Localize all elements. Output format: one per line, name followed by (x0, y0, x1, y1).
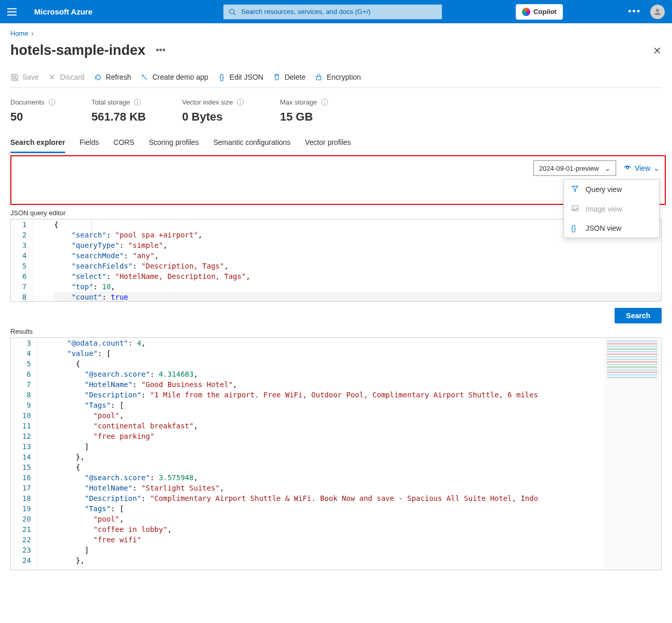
tab-semantic[interactable]: Semantic configurations (213, 135, 290, 153)
copilot-label: Copilot (533, 8, 557, 16)
save-button: Save (10, 73, 39, 81)
refresh-button[interactable]: Refresh (94, 73, 131, 81)
stat-max: Max storagei 15 GB (280, 98, 328, 124)
highlighted-area: 2024-09-01-preview ⌄ View ⌄ Query view I… (10, 155, 666, 205)
brand[interactable]: Microsoft Azure (34, 7, 93, 16)
avatar[interactable] (650, 5, 665, 19)
trash-icon (273, 73, 281, 81)
edit-json-button[interactable]: {} Edit JSON (218, 73, 263, 81)
discard-icon: ✕ (48, 73, 56, 81)
chevron-down-icon: ⌄ (653, 164, 660, 172)
svg-rect-3 (317, 77, 321, 80)
eye-icon (623, 164, 632, 173)
info-icon[interactable]: i (134, 99, 141, 106)
more-icon[interactable]: ••• (628, 6, 641, 17)
person-icon (653, 7, 662, 17)
info-icon[interactable]: i (49, 99, 55, 106)
tabs: Search explorer Fields CORS Scoring prof… (10, 135, 662, 153)
toolbar: Save ✕ Discard Refresh Create demo app {… (10, 73, 662, 88)
filter-icon (571, 185, 579, 194)
view-menu: Query view Image view {} JSON view (563, 179, 660, 238)
minimap[interactable] (604, 338, 661, 569)
tab-fields[interactable]: Fields (80, 135, 99, 153)
svg-point-2 (656, 9, 659, 12)
wand-icon (140, 73, 148, 81)
svg-point-0 (230, 9, 234, 13)
search-input[interactable] (240, 7, 437, 16)
view-button[interactable]: View ⌄ (623, 164, 660, 173)
braces-icon: {} (218, 73, 226, 81)
results-label: Results (10, 328, 662, 335)
close-icon[interactable]: ✕ (653, 44, 662, 57)
copilot-icon (522, 8, 530, 16)
info-icon[interactable]: i (237, 99, 244, 106)
title-more-icon[interactable]: ••• (156, 45, 166, 56)
create-demo-button[interactable]: Create demo app (140, 73, 208, 81)
view-menu-query[interactable]: Query view (564, 180, 659, 199)
copilot-button[interactable]: Copilot (516, 4, 563, 20)
svg-point-4 (626, 167, 629, 169)
info-icon[interactable]: i (321, 99, 328, 106)
api-version-select[interactable]: 2024-09-01-preview ⌄ (533, 160, 616, 176)
tab-search-explorer[interactable]: Search explorer (10, 135, 65, 153)
tab-cors[interactable]: CORS (113, 135, 134, 153)
results-editor[interactable]: 3456789101112131415161718192021222324 "@… (10, 337, 662, 570)
stat-storage: Total storagei 561.78 KB (92, 98, 146, 124)
encryption-button[interactable]: Encryption (315, 73, 361, 81)
delete-button[interactable]: Delete (273, 73, 305, 81)
stat-documents: Documentsi 50 (10, 98, 55, 124)
search-icon (229, 8, 236, 16)
save-icon (10, 73, 19, 81)
chevron-down-icon: ⌄ (605, 165, 610, 172)
search-button[interactable]: Search (615, 308, 662, 323)
breadcrumb-home[interactable]: Home (10, 29, 28, 37)
braces-icon: {} (571, 224, 579, 232)
topbar: Microsoft Azure Copilot ••• (0, 0, 672, 23)
breadcrumb: Home › (10, 29, 662, 37)
view-menu-json[interactable]: {} JSON view (564, 219, 659, 238)
svg-line-1 (234, 13, 236, 15)
page-title: hotels-sample-index (10, 42, 145, 58)
menu-icon[interactable] (7, 4, 23, 20)
tab-vector[interactable]: Vector profiles (305, 135, 351, 153)
tab-scoring[interactable]: Scoring profiles (149, 135, 199, 153)
image-icon (571, 204, 579, 214)
stat-vector: Vector index sizei 0 Bytes (182, 98, 244, 124)
chevron-right-icon: › (32, 29, 34, 37)
view-menu-image: Image view (564, 199, 659, 219)
lock-icon (315, 73, 323, 81)
refresh-icon (94, 73, 102, 81)
discard-button: ✕ Discard (48, 73, 84, 81)
svg-point-6 (574, 207, 575, 209)
search-input-container[interactable] (223, 4, 442, 20)
stats: Documentsi 50 Total storagei 561.78 KB V… (10, 98, 662, 124)
